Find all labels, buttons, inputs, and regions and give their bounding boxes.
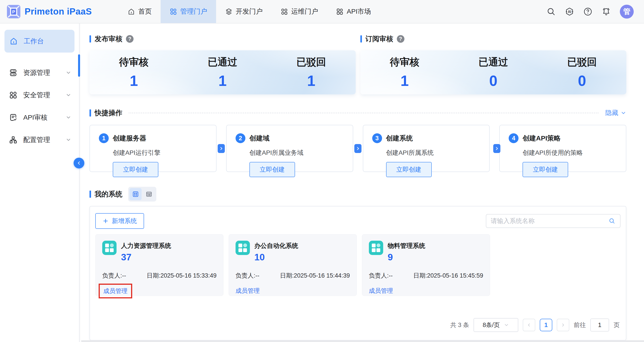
page-number-button[interactable]: 1 bbox=[540, 319, 552, 331]
user-avatar[interactable]: 管 bbox=[620, 5, 634, 18]
resources-server-icon bbox=[9, 68, 18, 77]
security-grid-icon bbox=[9, 91, 18, 99]
section-marker bbox=[90, 110, 91, 116]
nav-item-label: 运维门户 bbox=[291, 7, 318, 16]
subscribe-review-help-icon[interactable]: ? bbox=[397, 35, 404, 43]
sidebar-item-config[interactable]: 配置管理 bbox=[0, 128, 79, 151]
help-icon[interactable] bbox=[583, 7, 592, 16]
view-toggle bbox=[128, 187, 156, 202]
ai-assistant-icon[interactable]: AI bbox=[565, 7, 574, 16]
page-size-select[interactable]: 8条/页 bbox=[474, 318, 518, 332]
chevron-down-icon bbox=[504, 322, 509, 328]
nav-item-label: 首页 bbox=[138, 7, 152, 16]
sidebar-item-workbench[interactable]: 工作台 bbox=[4, 30, 74, 52]
nav-item-admin-portal[interactable]: 管理门户 bbox=[160, 0, 216, 23]
ops-portal-icon bbox=[280, 8, 288, 16]
grid-view-button[interactable] bbox=[130, 188, 142, 200]
create-now-button[interactable]: 立即创建 bbox=[522, 162, 568, 177]
subscribe-review-section: 订阅审核 ? 待审核 1 已通过 0 已驳回 0 bbox=[360, 34, 626, 94]
subscribe-review-stats-card: 待审核 1 已通过 0 已驳回 0 bbox=[360, 50, 626, 94]
system-name: 物料管理系统 bbox=[388, 241, 425, 250]
system-card-hr[interactable]: 人力资源管理系统 37 负责人:-- 日期:2025-05-16 15:33:4… bbox=[95, 234, 224, 296]
nav-item-label: 开发门户 bbox=[236, 7, 262, 16]
step-number: 3 bbox=[372, 133, 382, 143]
stat-label: 已通过 bbox=[449, 56, 538, 69]
quick-ops-header: 快捷操作 隐藏 bbox=[90, 108, 626, 118]
workbench-home-icon bbox=[10, 37, 18, 46]
chevron-right-icon bbox=[356, 146, 360, 151]
system-cards-row: 人力资源管理系统 37 负责人:-- 日期:2025-05-16 15:33:4… bbox=[95, 234, 620, 296]
prev-page-button[interactable] bbox=[523, 319, 535, 331]
quick-op-card-create-api-policy: 4 创建API策略 创建API所使用的策略 立即创建 bbox=[499, 125, 626, 172]
sidebar-item-label: 安全管理 bbox=[23, 90, 50, 100]
step-number: 2 bbox=[236, 133, 246, 143]
config-sitemap-icon bbox=[9, 136, 18, 144]
system-name: 人力资源管理系统 bbox=[121, 241, 171, 250]
system-owner: 负责人:-- bbox=[369, 272, 392, 280]
stat-rejected: 已驳回 0 bbox=[538, 56, 626, 89]
step-arrow-icon bbox=[218, 144, 225, 153]
notification-bell-icon[interactable] bbox=[602, 7, 611, 16]
stat-value: 1 bbox=[267, 72, 356, 89]
member-management-link[interactable]: 成员管理 bbox=[236, 287, 260, 295]
hide-quick-ops-link[interactable]: 隐藏 bbox=[605, 108, 626, 118]
system-date: 日期:2025-05-16 15:44:39 bbox=[280, 272, 350, 280]
chevron-down-icon bbox=[66, 137, 71, 143]
sidebar-item-label: 资源管理 bbox=[23, 68, 50, 78]
admin-portal-icon bbox=[170, 8, 177, 16]
stat-rejected: 已驳回 1 bbox=[267, 56, 356, 89]
section-title: 我的系统 bbox=[94, 190, 122, 199]
nav-item-api-market[interactable]: API市场 bbox=[327, 0, 380, 23]
member-management-link[interactable]: 成员管理 bbox=[103, 287, 128, 295]
stat-value: 1 bbox=[360, 72, 449, 89]
nav-item-home[interactable]: 首页 bbox=[118, 0, 160, 23]
sidebar-collapse-button[interactable] bbox=[74, 158, 84, 168]
create-now-button[interactable]: 立即创建 bbox=[250, 162, 295, 177]
member-management-link[interactable]: 成员管理 bbox=[369, 287, 393, 295]
bottom-edge bbox=[81, 340, 644, 342]
nav-item-label: 管理门户 bbox=[180, 7, 207, 16]
search-icon[interactable] bbox=[546, 7, 556, 16]
pagination-total: 共 3 条 bbox=[450, 321, 469, 329]
ai-icon-text: AI bbox=[568, 10, 571, 14]
add-system-label: 新增系统 bbox=[112, 217, 137, 225]
nav-item-dev-portal[interactable]: 开发门户 bbox=[216, 0, 272, 23]
create-now-button[interactable]: 立即创建 bbox=[386, 162, 432, 177]
chevron-down-icon bbox=[620, 110, 626, 116]
section-marker bbox=[360, 35, 362, 42]
system-app-icon bbox=[236, 241, 250, 255]
sidebar-item-api-review[interactable]: API审核 bbox=[0, 106, 79, 128]
system-card-oa[interactable]: 办公自动化系统 10 负责人:-- 日期:2025-05-16 15:44:39… bbox=[228, 234, 357, 296]
list-view-button[interactable] bbox=[143, 188, 155, 200]
pagination: 共 3 条 8条/页 1 前往 页 bbox=[450, 318, 620, 332]
system-search-input[interactable] bbox=[491, 218, 608, 224]
grid-view-icon bbox=[132, 191, 139, 198]
quick-op-desc: 创建API所属业务域 bbox=[250, 148, 353, 157]
quick-op-desc: 创建API所使用的策略 bbox=[522, 148, 626, 157]
my-systems-header: 我的系统 bbox=[90, 187, 626, 202]
create-now-button[interactable]: 立即创建 bbox=[113, 162, 158, 177]
system-card-material[interactable]: 物料管理系统 9 负责人:-- 日期:2025-05-16 15:45:59 成… bbox=[362, 234, 490, 296]
goto-label: 前往 bbox=[574, 321, 586, 329]
next-page-button[interactable] bbox=[557, 319, 569, 331]
brand-logo-icon: P bbox=[7, 5, 20, 18]
stat-pending: 待审核 1 bbox=[90, 56, 178, 89]
publish-review-stats-card: 待审核 1 已通过 1 已驳回 1 bbox=[90, 50, 356, 94]
add-system-button[interactable]: 新增系统 bbox=[95, 213, 144, 229]
system-api-count: 37 bbox=[121, 252, 171, 262]
sidebar-item-security[interactable]: 安全管理 bbox=[0, 84, 79, 106]
chevron-right-icon bbox=[494, 146, 499, 151]
quick-op-title: 创建系统 bbox=[386, 134, 413, 143]
search-icon[interactable] bbox=[608, 218, 616, 224]
sidebar-item-resources[interactable]: 资源管理 bbox=[0, 62, 79, 84]
stat-value: 1 bbox=[178, 72, 267, 89]
goto-page-input[interactable] bbox=[590, 318, 609, 332]
publish-review-help-icon[interactable]: ? bbox=[126, 35, 134, 43]
layers-icon bbox=[225, 8, 233, 16]
stat-label: 已通过 bbox=[178, 56, 267, 69]
nav-item-ops-portal[interactable]: 运维门户 bbox=[272, 0, 327, 23]
stat-pending: 待审核 1 bbox=[360, 56, 449, 89]
system-owner: 负责人:-- bbox=[102, 272, 126, 280]
stat-value: 0 bbox=[449, 72, 538, 89]
system-date: 日期:2025-05-16 15:33:49 bbox=[147, 272, 216, 280]
